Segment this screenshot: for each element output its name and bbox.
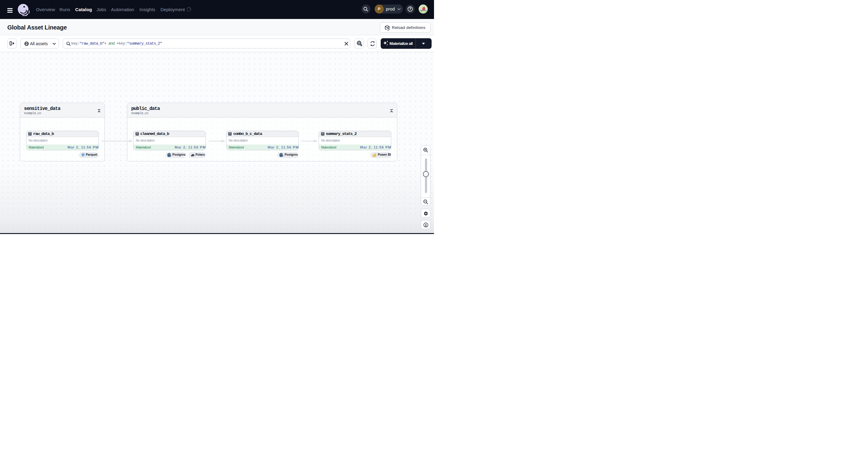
svg-text:?: ? — [409, 7, 411, 11]
